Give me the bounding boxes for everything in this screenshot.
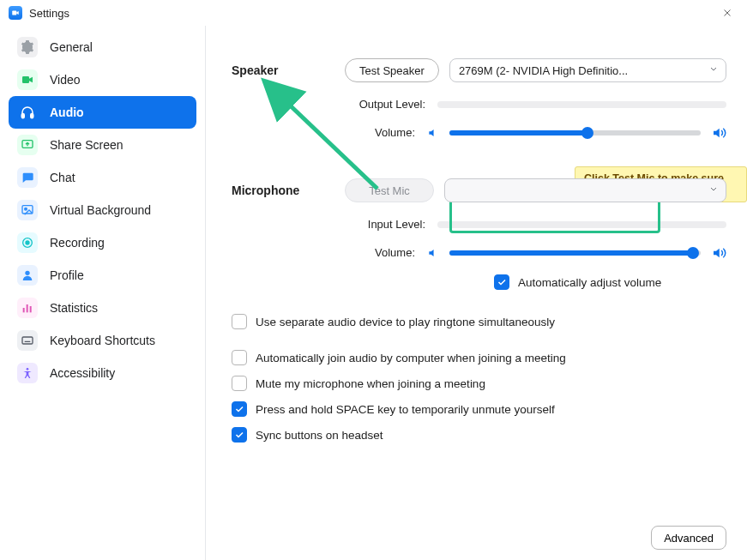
sidebar-item-label: Profile	[50, 268, 84, 282]
chevron-down-icon	[708, 64, 719, 77]
svg-rect-3	[31, 114, 33, 118]
svg-point-9	[25, 271, 29, 275]
sidebar-item-label: Keyboard Shortcuts	[50, 334, 155, 347]
option-auto-join-audio[interactable]: Automatically join audio by computer whe…	[232, 350, 726, 365]
sidebar-item-video[interactable]: Video	[9, 63, 196, 96]
app-logo-icon	[9, 6, 22, 20]
sidebar-item-label: Video	[50, 73, 81, 87]
settings-sidebar: General Video Audio Share Screen Chat	[0, 26, 206, 560]
svg-point-14	[27, 368, 29, 370]
speaker-volume-label: Volume:	[232, 126, 427, 139]
advanced-button[interactable]: Advanced	[651, 526, 726, 550]
option-label: Mute my microphone when joining a meetin…	[256, 377, 485, 390]
sidebar-item-audio[interactable]: Audio	[9, 96, 196, 129]
sidebar-item-general[interactable]: General	[9, 31, 196, 63]
microphone-section-label: Microphone	[232, 184, 334, 197]
sidebar-item-label: Chat	[50, 171, 75, 184]
option-label: Automatically join audio by computer whe…	[256, 352, 566, 364]
gear-icon	[17, 37, 38, 57]
bars-icon	[17, 298, 38, 318]
titlebar: Settings	[0, 0, 747, 26]
image-icon	[17, 200, 38, 220]
svg-rect-13	[22, 337, 33, 344]
sidebar-item-chat[interactable]: Chat	[9, 161, 196, 194]
sidebar-item-virtual-background[interactable]: Virtual Background	[9, 194, 196, 226]
checkbox[interactable]	[232, 350, 247, 365]
output-level-meter	[437, 101, 726, 108]
volume-low-icon	[427, 127, 439, 139]
sidebar-item-label: Virtual Background	[50, 203, 151, 217]
auto-adjust-volume-label: Automatically adjust volume	[518, 276, 661, 289]
option-space-unmute[interactable]: Press and hold SPACE key to temporarily …	[232, 401, 726, 417]
svg-rect-12	[30, 306, 32, 312]
microphone-volume-slider[interactable]	[449, 250, 701, 256]
checkbox[interactable]	[232, 427, 247, 443]
share-screen-icon	[17, 135, 38, 155]
svg-rect-10	[23, 308, 25, 312]
test-speaker-button[interactable]: Test Speaker	[345, 58, 439, 82]
option-label: Sync buttons on headset	[256, 429, 383, 442]
svg-point-6	[25, 208, 27, 210]
speaker-device-value: 2769M (2- NVIDIA High Definitio...	[459, 64, 628, 77]
sidebar-item-statistics[interactable]: Statistics	[9, 292, 196, 324]
chevron-down-icon	[708, 184, 719, 197]
keyboard-icon	[17, 330, 38, 351]
microphone-volume-label: Volume:	[232, 246, 427, 259]
option-separate-device[interactable]: Use separate audio device to play ringto…	[232, 314, 726, 329]
sidebar-item-recording[interactable]: Recording	[9, 226, 196, 259]
svg-rect-11	[27, 304, 28, 312]
output-level-label: Output Level:	[232, 98, 437, 111]
audio-settings-panel: Speaker Test Speaker 2769M (2- NVIDIA Hi…	[206, 26, 747, 560]
video-icon	[17, 69, 38, 90]
option-label: Use separate audio device to play ringto…	[256, 316, 555, 328]
window-close-button[interactable]	[716, 2, 738, 24]
option-label: Press and hold SPACE key to temporarily …	[256, 403, 555, 416]
record-icon	[17, 232, 38, 253]
sidebar-item-label: Recording	[50, 236, 105, 250]
svg-rect-2	[21, 114, 24, 118]
sidebar-item-share-screen[interactable]: Share Screen	[9, 129, 196, 161]
sidebar-item-accessibility[interactable]: Accessibility	[9, 357, 196, 389]
accessibility-icon	[17, 363, 38, 383]
chat-icon	[17, 167, 38, 188]
headphones-icon	[17, 102, 38, 123]
sidebar-item-label: Statistics	[50, 301, 98, 315]
input-level-label: Input Level:	[232, 218, 437, 231]
user-icon	[17, 265, 38, 286]
speaker-section-label: Speaker	[232, 63, 334, 77]
sidebar-item-keyboard-shortcuts[interactable]: Keyboard Shortcuts	[9, 324, 196, 357]
window-title: Settings	[29, 7, 69, 20]
sidebar-item-label: General	[50, 40, 93, 54]
volume-high-icon	[711, 247, 726, 259]
volume-low-icon	[427, 247, 439, 259]
test-mic-button[interactable]: Test Mic	[345, 178, 434, 202]
checkbox[interactable]	[232, 376, 247, 391]
auto-adjust-volume-checkbox[interactable]	[494, 274, 509, 290]
microphone-device-select[interactable]	[444, 178, 726, 202]
option-sync-headset[interactable]: Sync buttons on headset	[232, 427, 726, 443]
checkbox[interactable]	[232, 314, 247, 329]
svg-rect-1	[22, 76, 29, 83]
checkbox[interactable]	[232, 401, 247, 417]
sidebar-item-label: Audio	[50, 105, 84, 119]
svg-point-8	[26, 241, 29, 244]
sidebar-item-label: Share Screen	[50, 138, 123, 152]
speaker-volume-slider[interactable]	[449, 130, 701, 135]
svg-line-15	[286, 101, 377, 189]
sidebar-item-profile[interactable]: Profile	[9, 259, 196, 292]
input-level-meter	[437, 221, 726, 228]
option-mute-on-join[interactable]: Mute my microphone when joining a meetin…	[232, 376, 726, 391]
volume-high-icon	[711, 127, 726, 139]
speaker-device-select[interactable]: 2769M (2- NVIDIA High Definitio...	[449, 58, 726, 82]
sidebar-item-label: Accessibility	[50, 366, 115, 380]
svg-rect-0	[12, 11, 16, 15]
